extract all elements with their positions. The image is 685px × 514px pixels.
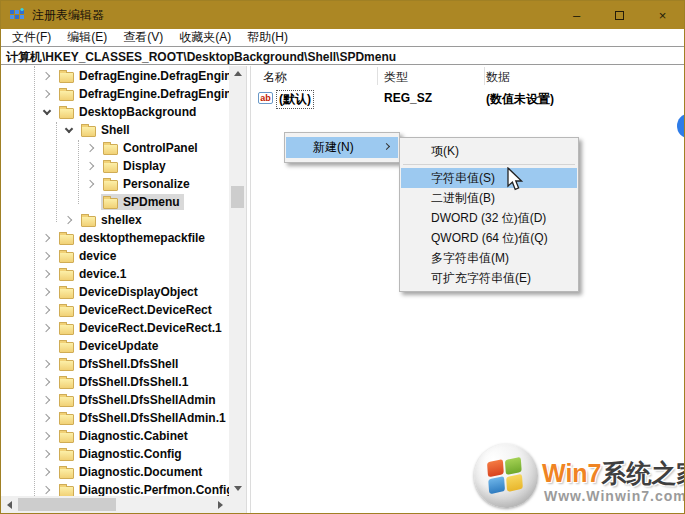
scroll-up-button[interactable] (229, 66, 246, 81)
scroll-down-button[interactable] (229, 481, 246, 496)
tree-item-DfsShell.DfsShell.1[interactable]: DfsShell.DfsShell.1 (1, 373, 229, 391)
tree-item-DeviceRect.DeviceRect.1[interactable]: DeviceRect.DeviceRect.1 (1, 319, 229, 337)
value-name[interactable]: (默认) (277, 91, 313, 108)
close-button[interactable]: × (641, 1, 684, 29)
expand-chevron-box[interactable] (39, 374, 55, 390)
tree-item-desktopthemepackfile[interactable]: desktopthemepackfile (1, 229, 229, 247)
expand-chevron-box[interactable] (61, 212, 77, 228)
expand-chevron-box[interactable] (39, 464, 55, 480)
column-header-data[interactable]: 数据 (486, 68, 510, 86)
expand-chevron-box[interactable] (39, 410, 55, 426)
column-separator[interactable] (377, 67, 378, 85)
expand-chevron-box[interactable] (39, 266, 55, 282)
tree-node[interactable]: DeviceUpdate (57, 338, 162, 354)
tree-item-SPDmenu[interactable]: SPDmenu (1, 193, 229, 211)
tree-item-DesktopBackground[interactable]: DesktopBackground (1, 103, 229, 121)
expand-chevron-box[interactable] (83, 140, 99, 156)
tree-horizontal-scrollbar[interactable] (1, 496, 229, 513)
menu-view[interactable]: 查看(V) (115, 29, 171, 46)
tree-node[interactable]: DesktopBackground (57, 104, 200, 120)
minimize-button[interactable]: – (555, 1, 598, 29)
address-bar[interactable]: 计算机\HKEY_CLASSES_ROOT\DesktopBackground\… (1, 48, 684, 65)
expand-chevron-box[interactable] (39, 482, 55, 496)
tree-node[interactable]: shellex (79, 212, 146, 228)
tree-vertical-scrollbar[interactable] (229, 66, 246, 496)
expand-chevron-box[interactable] (83, 176, 99, 192)
horizontal-scroll-thumb[interactable] (18, 498, 116, 511)
expand-chevron-box[interactable] (39, 356, 55, 372)
tree-node[interactable]: SPDmenu (101, 194, 184, 210)
tree-node[interactable]: Shell (79, 122, 134, 138)
scroll-left-button[interactable] (1, 497, 18, 512)
column-header-name[interactable]: 名称 (263, 68, 287, 86)
menu-favorites[interactable]: 收藏夹(A) (171, 29, 239, 46)
tree-node[interactable]: DfsShell.DfsShellAdmin (57, 392, 220, 408)
tree-item-DeviceRect.DeviceRect[interactable]: DeviceRect.DeviceRect (1, 301, 229, 319)
expand-chevron-box[interactable] (39, 230, 55, 246)
submenu-expandable-string-value[interactable]: 可扩充字符串值(E) (401, 268, 577, 288)
tree-item-shellex[interactable]: shellex (1, 211, 229, 229)
tree-node[interactable]: desktopthemepackfile (57, 230, 209, 246)
tree-node[interactable]: DfsShell.DfsShell.1 (57, 374, 192, 390)
tree-item-ControlPanel[interactable]: ControlPanel (1, 139, 229, 157)
tree-item-Display[interactable]: Display (1, 157, 229, 175)
tree-item-DfsShell.DfsShellAdmin.1[interactable]: DfsShell.DfsShellAdmin.1 (1, 409, 229, 427)
tree-item-Diagnostic.Cabinet[interactable]: Diagnostic.Cabinet (1, 427, 229, 445)
column-header-type[interactable]: 类型 (384, 68, 408, 86)
tree-item-DeviceUpdate[interactable]: DeviceUpdate (1, 337, 229, 355)
menu-file[interactable]: 文件(F) (4, 29, 59, 46)
tree-item-DfsShell.DfsShell[interactable]: DfsShell.DfsShell (1, 355, 229, 373)
tree-node[interactable]: DefragEngine.DefragEngine (57, 68, 229, 84)
tree-node[interactable]: DeviceRect.DeviceRect.1 (57, 320, 226, 336)
tree-node[interactable]: Diagnostic.Perfmon.Config (57, 482, 229, 496)
tree-node[interactable]: DeviceDisplayObject (57, 284, 202, 300)
tree-item-Personalize[interactable]: Personalize (1, 175, 229, 193)
menu-help[interactable]: 帮助(H) (239, 29, 296, 46)
expand-chevron-box[interactable] (61, 122, 77, 138)
tree-item-device.1[interactable]: device.1 (1, 265, 229, 283)
submenu-binary-value[interactable]: 二进制值(B) (401, 188, 577, 208)
expand-chevron-box[interactable] (83, 158, 99, 174)
tree-item-DefragEngine.DefragEngine[interactable]: DefragEngine.DefragEngine (1, 67, 229, 85)
value-row-default[interactable]: ab (默认) REG_SZ (数值未设置) (251, 90, 684, 107)
submenu-qword-value[interactable]: QWORD (64 位)值(Q) (401, 228, 577, 248)
scroll-right-button[interactable] (212, 497, 229, 512)
tree-node[interactable]: ControlPanel (101, 140, 202, 156)
expand-chevron-box[interactable] (39, 428, 55, 444)
vertical-scroll-thumb[interactable] (231, 186, 244, 208)
tree-node[interactable]: Diagnostic.Config (57, 446, 186, 462)
tree-item-Diagnostic.Perfmon.Config[interactable]: Diagnostic.Perfmon.Config (1, 481, 229, 496)
submenu-dword-value[interactable]: DWORD (32 位)值(D) (401, 208, 577, 228)
tree-node[interactable]: Display (101, 158, 170, 174)
column-separator[interactable] (484, 67, 485, 85)
tree-item-Shell[interactable]: Shell (1, 121, 229, 139)
tree-node[interactable]: DefragEngine.DefragEngine.1 (57, 86, 229, 102)
tree-item-DefragEngine.DefragEngine.1[interactable]: DefragEngine.DefragEngine.1 (1, 85, 229, 103)
submenu-key[interactable]: 项(K) (401, 141, 577, 161)
tree-item-device[interactable]: device (1, 247, 229, 265)
tree-node[interactable]: Diagnostic.Document (57, 464, 206, 480)
submenu-string-value[interactable]: 字符串值(S) (401, 168, 577, 188)
expand-chevron-box[interactable] (39, 392, 55, 408)
tree-node[interactable]: Diagnostic.Cabinet (57, 428, 192, 444)
tree-item-Diagnostic.Document[interactable]: Diagnostic.Document (1, 463, 229, 481)
tree-node[interactable]: device.1 (57, 266, 130, 282)
expand-chevron-box[interactable] (39, 68, 55, 84)
context-menu-item-new[interactable]: 新建(N) (286, 137, 398, 158)
expand-chevron-box[interactable] (39, 446, 55, 462)
tree-node[interactable]: device (57, 248, 120, 264)
expand-chevron-box[interactable] (39, 104, 55, 120)
tree-item-DfsShell.DfsShellAdmin[interactable]: DfsShell.DfsShellAdmin (1, 391, 229, 409)
expand-chevron-box[interactable] (39, 248, 55, 264)
expand-chevron-box[interactable] (39, 284, 55, 300)
tree-node[interactable]: Personalize (101, 176, 194, 192)
tree-node[interactable]: DfsShell.DfsShell (57, 356, 182, 372)
tree-item-Diagnostic.Config[interactable]: Diagnostic.Config (1, 445, 229, 463)
expand-chevron-box[interactable] (39, 320, 55, 336)
tree-node[interactable]: DfsShell.DfsShellAdmin.1 (57, 410, 229, 426)
submenu-multi-string-value[interactable]: 多字符串值(M) (401, 248, 577, 268)
tree-item-DeviceDisplayObject[interactable]: DeviceDisplayObject (1, 283, 229, 301)
menu-edit[interactable]: 编辑(E) (59, 29, 115, 46)
maximize-button[interactable] (598, 1, 641, 29)
expand-chevron-box[interactable] (39, 302, 55, 318)
